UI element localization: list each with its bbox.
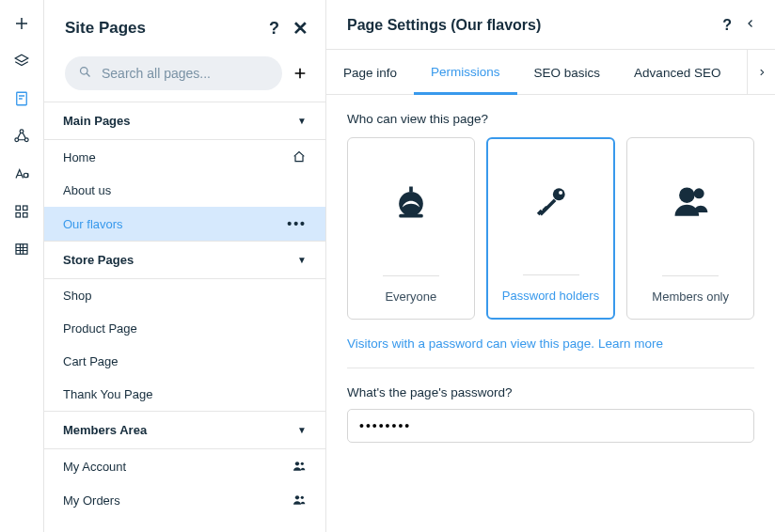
page-item-about-us[interactable]: About us — [44, 174, 325, 207]
chevron-down-icon: ▼ — [297, 255, 307, 265]
permission-description: Visitors with a password can view this p… — [347, 336, 754, 351]
option-members-only[interactable]: Members only — [626, 137, 754, 320]
page-label: Cart Page — [63, 354, 119, 368]
option-label: Members only — [652, 289, 729, 304]
home-icon — [292, 149, 307, 164]
tab-advanced-seo[interactable]: Advanced SEO — [617, 51, 737, 93]
search-icon — [78, 65, 92, 83]
chevron-down-icon: ▼ — [297, 425, 307, 435]
key-icon — [530, 139, 572, 265]
svg-point-4 — [24, 173, 28, 178]
section-store-pages[interactable]: Store Pages ▼ — [44, 241, 325, 279]
password-input[interactable] — [347, 409, 754, 443]
section-label: Members Area — [63, 423, 147, 437]
page-item-shop[interactable]: Shop — [44, 279, 325, 312]
settings-title: Page Settings (Our flavors) — [347, 17, 541, 34]
panel-title: Site Pages — [65, 19, 146, 38]
svg-point-19 — [559, 191, 562, 195]
tab-seo-basics[interactable]: SEO basics — [517, 51, 618, 93]
apps-icon[interactable] — [13, 203, 30, 220]
page-item-home[interactable]: Home — [44, 140, 325, 174]
svg-point-2 — [15, 138, 19, 142]
search-input[interactable] — [102, 66, 269, 81]
globe-icon — [390, 138, 432, 266]
members-icon — [292, 459, 307, 474]
settings-tabs: Page info Permissions SEO basics Advance… — [326, 50, 775, 95]
tabs-scroll-right[interactable] — [747, 50, 775, 94]
page-item-product-page[interactable]: Product Page — [44, 312, 325, 345]
page-label: Home — [63, 150, 96, 164]
svg-point-18 — [552, 188, 564, 200]
site-pages-panel: Site Pages ? ✕ Main Pages ▼ Home — [44, 0, 326, 532]
option-everyone[interactable]: Everyone — [347, 137, 475, 320]
svg-rect-7 — [16, 213, 21, 218]
option-label: Password holders — [502, 289, 599, 303]
section-label: Store Pages — [63, 253, 134, 267]
layers-icon[interactable] — [13, 53, 30, 70]
page-item-my-account[interactable]: My Account — [44, 449, 325, 483]
pages-icon[interactable] — [13, 90, 30, 107]
icon-rail — [0, 0, 44, 532]
tab-permissions[interactable]: Permissions — [414, 50, 517, 95]
more-icon[interactable]: ••• — [287, 216, 307, 231]
page-label: Product Page — [63, 321, 137, 336]
page-item-thank-you-page[interactable]: Thank You Page — [44, 378, 325, 411]
chevron-down-icon: ▼ — [297, 116, 307, 126]
learn-more-link[interactable]: Learn more — [598, 336, 663, 351]
page-label: My Account — [63, 460, 126, 474]
svg-point-3 — [24, 138, 28, 142]
page-settings-panel: Page Settings (Our flavors) ? Page info … — [326, 0, 775, 532]
svg-rect-20 — [539, 198, 556, 215]
option-label: Everyone — [385, 289, 436, 304]
permission-question: Who can view this page? — [347, 112, 754, 126]
back-icon[interactable] — [745, 17, 756, 34]
page-item-cart-page[interactable]: Cart Page — [44, 345, 325, 378]
page-item-our-flavors[interactable]: Our flavors ••• — [44, 207, 325, 241]
page-label: About us — [63, 183, 111, 197]
svg-rect-9 — [16, 244, 27, 255]
svg-point-11 — [295, 462, 299, 465]
page-label: Shop — [63, 289, 91, 303]
add-icon[interactable] — [13, 15, 30, 32]
members-icon — [292, 493, 307, 508]
svg-point-12 — [301, 462, 304, 465]
section-members-area[interactable]: Members Area ▼ — [44, 411, 325, 449]
search-input-wrapper[interactable] — [65, 56, 282, 90]
svg-rect-17 — [399, 214, 423, 218]
svg-point-1 — [20, 130, 24, 133]
page-item-my-orders[interactable]: My Orders — [44, 483, 325, 517]
text-icon[interactable] — [13, 165, 30, 182]
svg-rect-6 — [24, 206, 28, 211]
page-label: Thank You Page — [63, 387, 152, 401]
svg-point-15 — [399, 192, 423, 216]
option-password-holders[interactable]: Password holders — [486, 137, 616, 320]
svg-rect-5 — [16, 206, 21, 211]
svg-point-10 — [81, 67, 88, 74]
add-page-button[interactable] — [292, 65, 308, 82]
members-only-icon — [670, 138, 711, 266]
description-text: Visitors with a password can view this p… — [347, 336, 598, 351]
table-icon[interactable] — [13, 241, 30, 258]
svg-rect-8 — [24, 213, 28, 218]
svg-point-23 — [679, 187, 695, 203]
page-label: My Orders — [63, 493, 120, 508]
connections-icon[interactable] — [13, 128, 30, 145]
help-icon[interactable]: ? — [722, 17, 732, 34]
page-label: Our flavors — [63, 217, 123, 231]
password-question: What's the page's password? — [347, 385, 754, 399]
section-label: Main Pages — [63, 114, 131, 128]
section-main-pages[interactable]: Main Pages ▼ — [44, 102, 325, 140]
svg-point-24 — [694, 188, 704, 198]
close-icon[interactable]: ✕ — [293, 17, 308, 39]
svg-point-13 — [295, 495, 299, 499]
help-icon[interactable]: ? — [269, 19, 279, 39]
tab-page-info[interactable]: Page info — [326, 51, 414, 93]
svg-point-14 — [301, 496, 304, 499]
svg-rect-16 — [409, 187, 413, 193]
